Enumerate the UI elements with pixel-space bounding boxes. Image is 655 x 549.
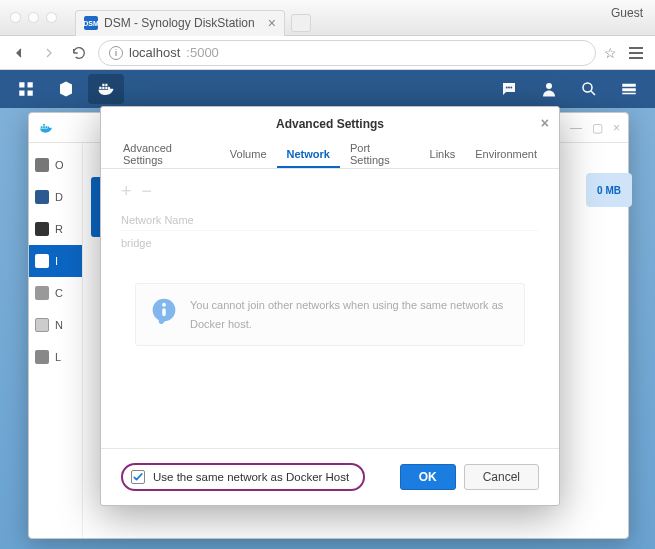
sidebar-item-overview[interactable]: O — [29, 149, 82, 181]
sidebar-item-other[interactable]: L — [29, 341, 82, 373]
address-bar[interactable]: i localhost:5000 — [98, 40, 596, 66]
dsm-taskbar — [0, 70, 655, 108]
tab-favicon: DSM — [84, 16, 98, 30]
profile-label[interactable]: Guest — [611, 6, 643, 20]
svg-point-9 — [506, 87, 508, 89]
dsm-desktop: — ▢ × O D R I C N L 0 MB Advanced Settin — [0, 108, 655, 549]
svg-rect-19 — [45, 126, 47, 128]
advanced-settings-dialog: Advanced Settings × Advanced Settings Vo… — [100, 106, 560, 506]
svg-point-12 — [546, 83, 552, 89]
sidebar-item-registry[interactable]: D — [29, 181, 82, 213]
window-controls — [10, 12, 57, 23]
sidebar-item-log[interactable]: C — [29, 277, 82, 309]
url-port: :5000 — [186, 45, 219, 60]
tab-links[interactable]: Links — [420, 141, 466, 168]
network-table-header: Network Name — [121, 210, 539, 231]
svg-rect-3 — [28, 91, 33, 96]
tab-environment[interactable]: Environment — [465, 141, 547, 168]
browser-toolbar: i localhost:5000 ☆ — [0, 36, 655, 70]
svg-rect-5 — [102, 87, 104, 89]
svg-rect-1 — [28, 82, 33, 87]
window-minimize-icon[interactable]: — — [570, 121, 582, 135]
info-text: You cannot join other networks when usin… — [190, 296, 510, 333]
svg-rect-7 — [102, 84, 104, 86]
bookmark-star-icon[interactable]: ☆ — [604, 45, 617, 61]
svg-rect-0 — [19, 82, 24, 87]
tab-port-settings[interactable]: Port Settings — [340, 141, 420, 168]
sidebar-item-label: L — [55, 351, 61, 363]
sidebar-item-network[interactable]: N — [29, 309, 82, 341]
svg-rect-6 — [105, 87, 107, 89]
url-host: localhost — [129, 45, 180, 60]
sidebar-item-label: O — [55, 159, 64, 171]
browser-titlebar: DSM DSM - Synology DiskStation × Guest — [0, 0, 655, 36]
network-table-row: bridge — [121, 231, 539, 255]
sidebar-item-label: D — [55, 191, 63, 203]
tab-volume[interactable]: Volume — [220, 141, 277, 168]
dialog-body: + − Network Name bridge You cannot join … — [101, 169, 559, 448]
dialog-tabs: Advanced Settings Volume Network Port Se… — [101, 141, 559, 169]
nav-back-button[interactable] — [8, 42, 30, 64]
sidebar-item-label: N — [55, 319, 63, 331]
svg-point-22 — [162, 303, 166, 307]
traffic-light-close[interactable] — [10, 12, 21, 23]
dsm-widgets-button[interactable] — [611, 74, 647, 104]
traffic-light-zoom[interactable] — [46, 12, 57, 23]
svg-rect-4 — [99, 87, 101, 89]
dialog-titlebar: Advanced Settings × — [101, 107, 559, 141]
svg-point-11 — [510, 87, 512, 89]
dsm-user-button[interactable] — [531, 74, 567, 104]
svg-point-10 — [508, 87, 510, 89]
window-close-icon[interactable]: × — [613, 121, 620, 135]
dialog-close-button[interactable]: × — [541, 115, 549, 131]
sidebar-item-image[interactable]: R — [29, 213, 82, 245]
tab-network[interactable]: Network — [277, 141, 340, 168]
add-network-button: + — [121, 181, 132, 202]
traffic-light-minimize[interactable] — [28, 12, 39, 23]
svg-point-13 — [583, 83, 592, 92]
whale-icon — [97, 80, 115, 98]
checkbox-label: Use the same network as Docker Host — [153, 471, 349, 483]
svg-rect-15 — [622, 88, 636, 91]
dsm-search-button[interactable] — [571, 74, 607, 104]
sidebar-item-label: C — [55, 287, 63, 299]
whale-icon — [37, 121, 55, 135]
svg-rect-16 — [622, 93, 636, 95]
dsm-notifications-button[interactable] — [491, 74, 527, 104]
site-info-icon[interactable]: i — [109, 46, 123, 60]
dialog-footer: Use the same network as Docker Host OK C… — [101, 448, 559, 505]
new-tab-button[interactable] — [291, 14, 311, 32]
sidebar-item-label: I — [55, 255, 58, 267]
svg-rect-17 — [41, 126, 43, 128]
browser-menu-button[interactable] — [625, 47, 647, 59]
window-maximize-icon[interactable]: ▢ — [592, 121, 603, 135]
info-callout: You cannot join other networks when usin… — [135, 283, 525, 346]
docker-sidebar: O D R I C N L — [29, 143, 83, 538]
memory-badge: 0 MB — [586, 173, 632, 207]
svg-rect-18 — [43, 126, 45, 128]
tab-title: DSM - Synology DiskStation — [104, 16, 255, 30]
cancel-button[interactable]: Cancel — [464, 464, 539, 490]
sidebar-item-container[interactable]: I — [29, 245, 82, 277]
dsm-main-menu-button[interactable] — [8, 74, 44, 104]
checkbox-icon — [131, 470, 145, 484]
info-icon — [150, 296, 178, 324]
svg-rect-2 — [19, 91, 24, 96]
same-network-checkbox[interactable]: Use the same network as Docker Host — [121, 463, 365, 491]
ok-button[interactable]: OK — [400, 464, 456, 490]
nav-reload-button[interactable] — [68, 42, 90, 64]
tab-close-icon[interactable]: × — [268, 15, 276, 31]
sidebar-item-label: R — [55, 223, 63, 235]
nav-forward-button[interactable] — [38, 42, 60, 64]
svg-rect-14 — [622, 84, 636, 87]
dsm-docker-button[interactable] — [88, 74, 124, 104]
remove-network-button: − — [142, 181, 153, 202]
memory-badge-label: 0 MB — [597, 185, 621, 196]
dialog-title: Advanced Settings — [276, 117, 384, 131]
svg-rect-20 — [43, 123, 45, 125]
tab-advanced-settings[interactable]: Advanced Settings — [113, 141, 220, 168]
svg-rect-8 — [105, 84, 107, 86]
dsm-package-center-button[interactable] — [48, 74, 84, 104]
svg-rect-23 — [162, 308, 166, 316]
browser-tab[interactable]: DSM DSM - Synology DiskStation × — [75, 10, 285, 36]
